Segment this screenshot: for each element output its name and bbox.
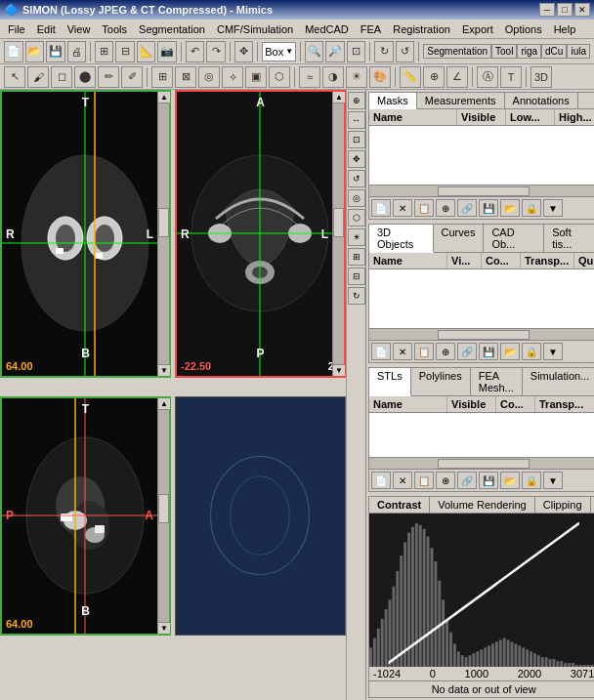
viewport-bottom-left[interactable]: T P A B 64.00 ▲ ▼ (0, 396, 171, 636)
masks-scrollbar-h[interactable] (369, 185, 594, 196)
masks-delete-btn[interactable]: ✕ (393, 199, 412, 217)
obj3d-load-btn[interactable]: 📂 (500, 343, 520, 360)
masks-copy-btn[interactable]: 📋 (414, 199, 434, 217)
tool-2[interactable]: ↔ (348, 111, 365, 129)
seg-tab-iula[interactable]: iula (567, 44, 590, 59)
tool-11[interactable]: ↻ (348, 287, 365, 305)
stls-load-btn[interactable]: 📂 (500, 472, 520, 489)
close-button[interactable]: ✕ (574, 3, 590, 17)
tab-annotations[interactable]: Annotations (505, 93, 578, 108)
obj3d-lock-btn[interactable]: 🔒 (522, 343, 541, 360)
vp-bl-scroll-down[interactable]: ▼ (158, 622, 170, 634)
wand-button[interactable]: ⟡ (222, 66, 243, 88)
stls-copy-btn[interactable]: 📋 (414, 472, 434, 489)
masks-merge-btn[interactable]: ⊕ (436, 199, 455, 217)
vp-bl-scroll-thumb[interactable] (158, 494, 169, 523)
fit-button[interactable]: ⊡ (347, 41, 366, 62)
viewport-bottom-right[interactable] (175, 396, 346, 636)
tab-measurements[interactable]: Measurements (417, 93, 505, 108)
tab-feamesh[interactable]: FEA Mesh... (471, 368, 523, 395)
stls-export-btn[interactable]: ⊕ (436, 472, 455, 489)
seg-tab-dcu[interactable]: dCu (541, 44, 567, 59)
pencil-button[interactable]: ✐ (121, 66, 143, 88)
tool-3[interactable]: ⊡ (348, 131, 365, 148)
grid2-button[interactable]: ⊟ (115, 41, 135, 62)
screenshot-button[interactable]: 📷 (157, 41, 177, 62)
measure2-button[interactable]: 📏 (400, 66, 421, 88)
measure-button[interactable]: 📐 (137, 41, 156, 62)
tool-1[interactable]: ⊕ (348, 92, 365, 109)
masks-load-btn[interactable]: 📂 (500, 199, 520, 217)
stls-link-btn[interactable]: 🔗 (457, 472, 477, 489)
menu-cmf[interactable]: CMF/Simulation (211, 21, 299, 37)
flip-button[interactable]: ↺ (396, 41, 415, 62)
viewport-top-right[interactable]: A R L P -22.50 27 ▲ ▼ (175, 90, 346, 378)
color-button[interactable]: 🎨 (369, 66, 391, 88)
stls-lock-btn[interactable]: 🔒 (522, 472, 541, 489)
stls-delete-btn[interactable]: ✕ (393, 472, 412, 489)
masks-save-btn[interactable]: 💾 (479, 199, 498, 217)
move-button[interactable]: ✥ (234, 41, 254, 62)
brightness-button[interactable]: ☀ (346, 66, 367, 88)
redo-button[interactable]: ↷ (206, 41, 226, 62)
obj3d-scrollbar-h[interactable] (369, 328, 594, 340)
paint-button[interactable]: 🖌 (27, 66, 49, 88)
obj3d-delete-btn[interactable]: ✕ (393, 343, 412, 360)
stls-new-btn[interactable]: 📄 (371, 472, 391, 489)
masks-new-btn[interactable]: 📄 (371, 199, 391, 217)
fill-button[interactable]: ⬤ (74, 66, 96, 88)
tab-clipping[interactable]: Clipping (535, 497, 591, 513)
masks-link-btn[interactable]: 🔗 (457, 199, 477, 217)
obj3d-copy-btn[interactable]: 📋 (414, 343, 434, 360)
menu-medcad[interactable]: MedCAD (299, 21, 355, 37)
ruler-button[interactable]: ⊕ (423, 66, 445, 88)
seg-tab-tool[interactable]: Tool (491, 44, 517, 59)
stls-save-btn[interactable]: 💾 (479, 472, 498, 489)
grid-button[interactable]: ⊞ (95, 41, 114, 62)
new-button[interactable]: 📄 (4, 41, 23, 62)
seg-tab-segmentation[interactable]: Segmentation (423, 44, 491, 59)
stls-more-btn[interactable]: ▼ (543, 472, 563, 489)
minimize-button[interactable]: ─ (539, 3, 555, 17)
region-button[interactable]: ▣ (245, 66, 267, 88)
tool-5[interactable]: ↺ (348, 170, 365, 187)
box-dropdown[interactable]: Box ▼ (262, 42, 296, 62)
maximize-button[interactable]: □ (557, 3, 573, 17)
menu-file[interactable]: File (2, 21, 31, 37)
open-button[interactable]: 📂 (25, 41, 45, 62)
vp-tl-scrollbar[interactable]: ▲ ▼ (157, 92, 169, 376)
tab-3dobjects[interactable]: 3D Objects (369, 225, 434, 253)
vp-tr-scrollbar[interactable]: ▲ ▼ (332, 92, 344, 376)
erase-button[interactable]: ◻ (51, 66, 72, 88)
tab-stls[interactable]: STLs (369, 368, 411, 396)
split-button[interactable]: ⊠ (175, 66, 196, 88)
tool-6[interactable]: ◎ (348, 189, 365, 207)
vp-bl-scrollbar[interactable]: ▲ ▼ (157, 398, 169, 634)
print-button[interactable]: 🖨 (67, 41, 87, 62)
seg-tab-riga[interactable]: riga (517, 44, 541, 59)
zoom-out-button[interactable]: 🔎 (325, 41, 345, 62)
select-button[interactable]: ↖ (4, 66, 25, 88)
tool-8[interactable]: ☀ (348, 228, 365, 246)
vp-tr-scroll-up[interactable]: ▲ (333, 92, 345, 103)
menu-help[interactable]: Help (548, 21, 582, 37)
tab-curves[interactable]: Curves (434, 225, 485, 252)
tool-9[interactable]: ⊞ (348, 248, 365, 266)
menu-fea[interactable]: FEA (355, 21, 387, 37)
menu-segmentation[interactable]: Segmentation (133, 21, 211, 37)
menu-tools[interactable]: Tools (96, 21, 133, 37)
menu-edit[interactable]: Edit (31, 21, 62, 37)
obj3d-scroll-thumb[interactable] (438, 330, 530, 340)
vp-tr-scroll-thumb[interactable] (333, 208, 344, 237)
vp-tl-scroll-thumb[interactable] (158, 208, 169, 237)
vp-bl-scroll-up[interactable]: ▲ (158, 398, 170, 410)
menu-view[interactable]: View (62, 21, 97, 37)
tab-simulation[interactable]: Simulation... (523, 368, 594, 395)
vp-tr-scroll-down[interactable]: ▼ (333, 364, 345, 376)
rotate-button[interactable]: ↻ (374, 41, 394, 62)
morph-button[interactable]: ⬡ (269, 66, 290, 88)
save-button[interactable]: 💾 (46, 41, 65, 62)
masks-lock-btn[interactable]: 🔒 (522, 199, 541, 217)
smooth-button[interactable]: ≈ (299, 66, 320, 88)
brush-button[interactable]: ✏ (98, 66, 119, 88)
